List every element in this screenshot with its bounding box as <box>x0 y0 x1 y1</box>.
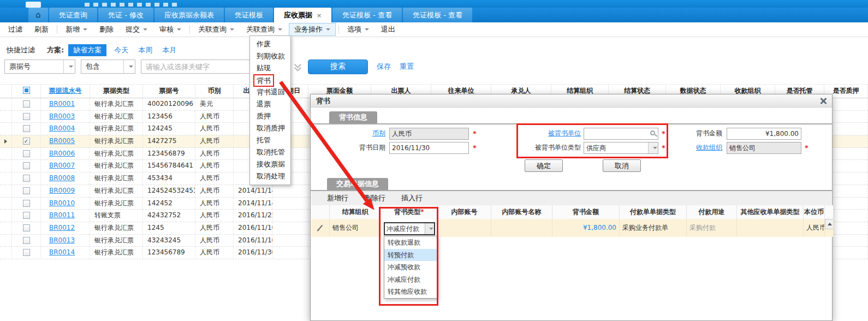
select-all-checkbox[interactable] <box>23 87 30 94</box>
toolbar-item-5[interactable]: 审核 <box>154 23 187 36</box>
grid-column-header-1[interactable]: 背书类型* <box>381 205 438 219</box>
bill-id-link[interactable]: BR0011 <box>49 211 75 219</box>
tab-5[interactable]: 应收票据× <box>274 8 331 22</box>
column-header-3[interactable]: 币别 <box>195 85 234 98</box>
column-header-0[interactable]: 票据流水号 <box>41 85 90 98</box>
grid-column-header-0[interactable]: 结算组织 <box>330 205 381 219</box>
search-icon[interactable] <box>650 130 655 135</box>
bill-id-link[interactable]: BR0014 <box>49 248 75 256</box>
dropdown-option-4[interactable]: 转其他应收款 <box>384 286 437 298</box>
tab-2[interactable]: 凭证 - 修改 <box>98 8 153 22</box>
scroll-up-button[interactable] <box>825 219 834 229</box>
menu-item-6[interactable]: 质押 <box>250 110 290 122</box>
reset-filter-link[interactable]: 重置 <box>400 62 414 72</box>
receive-org-label[interactable]: 收款组织 <box>680 142 722 153</box>
tab-6[interactable]: 凭证模板 - 查看 <box>332 8 402 22</box>
row-checkbox[interactable] <box>23 224 30 231</box>
bill-id-link[interactable]: BR0003 <box>49 112 75 120</box>
menu-item-9[interactable]: 取消托管 <box>250 146 290 158</box>
row-checkbox[interactable] <box>23 150 30 157</box>
grid-column-header-2[interactable]: 内部账号 <box>438 205 491 219</box>
row-checkbox[interactable] <box>23 200 30 207</box>
grid-column-header-6[interactable]: 付款用途 <box>687 205 737 219</box>
menu-item-8[interactable]: 托管 <box>250 134 290 146</box>
dropdown-option-3[interactable]: 冲减应付款 <box>384 274 437 286</box>
toolbar-item-7[interactable]: 关联查询 <box>241 23 288 36</box>
toolbar-item-9[interactable]: 选项 <box>342 23 374 36</box>
bill-id-link[interactable]: BR0012 <box>49 224 75 231</box>
expand-filter-icon[interactable] <box>294 63 301 70</box>
grid-toolbar-item-0[interactable]: 新增行 <box>327 193 348 203</box>
grid-scrollbar[interactable] <box>825 219 834 237</box>
menu-item-2[interactable]: 贴现 <box>250 62 290 74</box>
toolbar-item-1[interactable]: 刷新 <box>29 23 54 36</box>
menu-item-3[interactable]: 背书 <box>250 74 290 86</box>
scheme-1[interactable]: 今天 <box>114 45 128 55</box>
row-checkbox[interactable] <box>23 237 30 244</box>
column-header-1[interactable]: 票据类型 <box>90 85 143 98</box>
bill-id-link[interactable]: BR0004 <box>49 124 75 132</box>
row-checkbox[interactable] <box>23 212 30 219</box>
menu-item-5[interactable]: 退票 <box>250 98 290 110</box>
row-checkbox[interactable] <box>23 162 30 169</box>
toolbar-item-2[interactable]: 新增 <box>60 23 93 36</box>
toolbar-item-8[interactable]: 业务操作 <box>289 23 336 36</box>
bill-id-link[interactable]: BR0013 <box>49 236 75 244</box>
toolbar-item-3[interactable]: 删除 <box>94 23 119 36</box>
tab-home[interactable]: ⌂ <box>28 8 48 22</box>
filter-field-select[interactable]: 票据号 <box>4 60 75 74</box>
scheme-0[interactable]: 缺省方案 <box>68 44 106 56</box>
grid-column-header-7[interactable]: 其他应收单单据类型 <box>737 205 804 219</box>
toolbar-item-6[interactable]: 关联查询 <box>193 23 240 36</box>
endorsee-type-combo[interactable]: 供应商 <box>584 142 658 154</box>
cancel-button[interactable]: 取消 <box>603 159 641 172</box>
filter-operator-select[interactable]: 包含 <box>81 60 135 74</box>
grid-toolbar-item-2[interactable]: 插入行 <box>401 193 423 203</box>
tab-1[interactable]: 凭证查询 <box>49 8 97 22</box>
menu-item-0[interactable]: 作废 <box>250 38 290 50</box>
menu-item-1[interactable]: 到期收款 <box>250 50 290 62</box>
endorsee-label[interactable]: 被背书单位 <box>525 128 581 139</box>
chevron-down-icon[interactable] <box>123 60 135 73</box>
menu-item-11[interactable]: 取消处理 <box>250 170 290 182</box>
menu-item-10[interactable]: 接收票据 <box>250 158 290 170</box>
row-checkbox[interactable] <box>23 175 30 182</box>
tab-7[interactable]: 凭证模板 - 查看 <box>403 8 472 22</box>
grid-toolbar-item-1[interactable]: 删除行 <box>364 193 385 203</box>
grid-column-header-4[interactable]: 背书金额 <box>552 205 620 219</box>
row-checkbox[interactable] <box>23 125 30 132</box>
close-tab-icon[interactable]: × <box>317 12 322 19</box>
bill-id-link[interactable]: BR0007 <box>49 162 75 169</box>
row-checkbox[interactable] <box>23 187 30 194</box>
bill-id-link[interactable]: BR0006 <box>49 150 75 157</box>
toolbar-item-4[interactable]: 提交 <box>120 23 153 36</box>
column-header-2[interactable]: 票据号 <box>143 85 195 98</box>
scheme-2[interactable]: 本周 <box>138 45 152 55</box>
close-icon[interactable] <box>819 97 827 104</box>
row-checkbox[interactable]: ✓ <box>23 138 30 145</box>
tab-3[interactable]: 应收票据余额表 <box>154 8 224 22</box>
chevron-down-icon[interactable] <box>425 223 434 234</box>
bill-id-link[interactable]: BR0010 <box>49 199 75 207</box>
dropdown-option-1[interactable]: 转预付款 <box>384 249 437 261</box>
toolbar-item-10[interactable]: 退出 <box>376 23 401 36</box>
endorse-type-combo[interactable]: 冲减应付款 <box>384 222 435 235</box>
dropdown-option-0[interactable]: 转收款退款 <box>384 236 437 249</box>
endorsee-field[interactable] <box>584 128 658 140</box>
menu-item-4[interactable]: 背书退回 <box>250 86 290 98</box>
row-checkbox[interactable] <box>23 113 30 120</box>
chevron-down-icon[interactable] <box>648 142 658 153</box>
row-checkbox[interactable] <box>23 249 30 256</box>
endorse-date-field[interactable]: 2016/11/30 <box>389 142 469 154</box>
row-checkbox[interactable] <box>23 100 30 108</box>
endorse-amount-field[interactable]: ¥1,800.00 <box>727 128 801 140</box>
grid-column-header-5[interactable]: 付款单单据类型 <box>620 205 687 219</box>
currency-label[interactable]: 币别 <box>343 128 385 139</box>
search-button[interactable]: 搜索 <box>308 60 368 74</box>
bill-id-link[interactable]: BR0009 <box>49 187 75 194</box>
save-filter-link[interactable]: 保存 <box>377 62 391 72</box>
chevron-down-icon[interactable] <box>63 60 75 73</box>
ok-button[interactable]: 确定 <box>525 159 563 172</box>
grid-column-header-8[interactable]: 本位币 <box>804 205 825 219</box>
menu-item-7[interactable]: 取消质押 <box>250 122 290 134</box>
